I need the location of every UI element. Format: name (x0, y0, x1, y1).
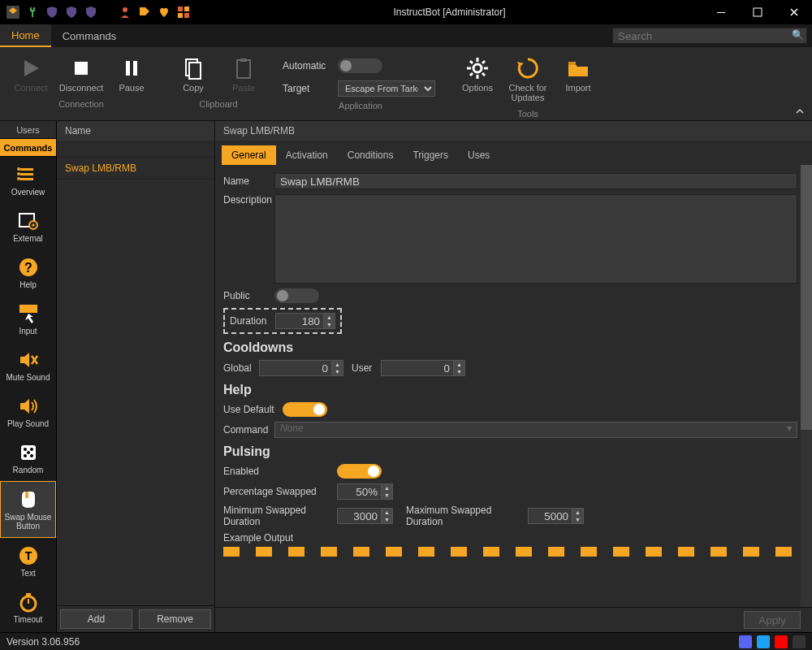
ribbon-collapse-icon[interactable] (794, 106, 806, 117)
sidebar-input[interactable]: Input (0, 296, 56, 342)
svg-rect-3 (178, 6, 183, 11)
search-input[interactable] (612, 28, 807, 44)
target-select[interactable]: Escape From Tarkov (338, 80, 435, 97)
dtab-conditions[interactable]: Conditions (338, 145, 404, 165)
paste-button[interactable]: Paste (221, 52, 266, 96)
user-input[interactable] (381, 360, 454, 376)
tab-home[interactable]: Home (0, 24, 51, 47)
import-button[interactable]: Import (555, 52, 601, 96)
description-input[interactable] (274, 194, 797, 284)
dtab-uses[interactable]: Uses (458, 145, 499, 165)
svg-rect-9 (75, 62, 88, 75)
svg-point-42 (24, 454, 27, 457)
svg-line-23 (482, 61, 485, 63)
command-list-item[interactable]: Swap LMB/RMB (57, 157, 214, 180)
tab-commands[interactable]: Commands (51, 24, 127, 47)
connect-button[interactable]: Connect (8, 52, 54, 96)
public-toggle[interactable] (274, 288, 319, 303)
ribbon-group-connection: Connection (58, 99, 104, 109)
sidebar-text[interactable]: T Text (0, 538, 56, 584)
use-default-toggle[interactable] (283, 402, 327, 417)
titlebar-icon-heart[interactable] (158, 6, 171, 19)
pct-input[interactable] (337, 483, 382, 500)
ribbon-group-tools: Tools (517, 109, 538, 119)
svg-point-29 (17, 167, 20, 171)
svg-rect-8 (754, 8, 762, 16)
titlebar-icon-shield3[interactable] (84, 6, 97, 19)
command-select[interactable]: None▾ (274, 422, 797, 438)
sidebar-swap-mouse[interactable]: Swap Mouse Button (0, 481, 56, 538)
maximize-button[interactable] (739, 0, 775, 24)
titlebar: InstructBot [Administrator] (0, 0, 812, 24)
use-default-label: Use Default (223, 404, 276, 415)
svg-point-43 (30, 454, 33, 457)
min-dur-input[interactable] (337, 508, 382, 524)
titlebar-icon-bot (6, 6, 19, 19)
left-commands-header[interactable]: Commands (0, 139, 56, 157)
global-spinner[interactable]: ▲▼ (332, 360, 343, 376)
max-dur-label: Maximum Swapped Duration (406, 505, 520, 527)
titlebar-icon-grid[interactable] (177, 6, 190, 19)
sidebar-external[interactable]: External (0, 203, 56, 249)
remove-button[interactable]: Remove (139, 609, 211, 629)
close-button[interactable] (775, 0, 812, 24)
status-bot-icon[interactable] (793, 635, 806, 648)
sidebar-overview[interactable]: Overview (0, 157, 56, 203)
pct-spinner[interactable]: ▲▼ (382, 483, 393, 500)
help-heading: Help (223, 383, 797, 397)
disconnect-button[interactable]: Disconnect (58, 52, 104, 96)
svg-point-16 (473, 64, 482, 72)
dtab-triggers[interactable]: Triggers (403, 145, 458, 165)
duration-spinner[interactable]: ▲▼ (324, 313, 335, 329)
user-spinner[interactable]: ▲▼ (454, 360, 465, 376)
name-input[interactable] (274, 173, 797, 189)
max-dur-input[interactable] (528, 508, 572, 524)
options-button[interactable]: Options (455, 52, 500, 96)
duration-input[interactable] (275, 313, 324, 329)
search-icon[interactable]: 🔍 (792, 29, 804, 41)
add-button[interactable]: Add (60, 609, 132, 629)
youtube-icon[interactable] (775, 635, 788, 648)
twitter-icon[interactable] (757, 635, 770, 648)
sidebar-help[interactable]: ? Help (0, 249, 56, 296)
titlebar-icon-shield2[interactable] (65, 6, 78, 19)
titlebar-icon-plug[interactable] (26, 6, 39, 19)
window-title: InstructBot [Administrator] (197, 6, 702, 18)
automatic-toggle[interactable] (338, 58, 382, 73)
svg-point-30 (17, 172, 20, 176)
pause-button[interactable]: Pause (109, 52, 154, 96)
svg-point-2 (123, 7, 127, 12)
max-dur-spinner[interactable]: ▲▼ (572, 508, 584, 524)
min-dur-spinner[interactable]: ▲▼ (382, 508, 393, 524)
svg-rect-15 (240, 58, 247, 62)
dtab-activation[interactable]: Activation (276, 145, 338, 165)
svg-rect-7 (717, 12, 725, 13)
sidebar-play-sound[interactable]: Play Sound (0, 388, 56, 435)
global-input[interactable] (259, 360, 332, 376)
apply-button[interactable]: Apply (744, 611, 801, 629)
statusbar: Version 3.06.956 (0, 632, 812, 650)
titlebar-icon-person[interactable] (119, 6, 132, 19)
minimize-button[interactable] (702, 0, 739, 24)
discord-icon[interactable] (739, 635, 752, 648)
dtab-general[interactable]: General (222, 145, 276, 165)
svg-rect-44 (25, 492, 28, 498)
svg-rect-26 (20, 168, 33, 171)
pct-label: Percentage Swapped (223, 486, 329, 497)
detail-scrollbar[interactable] (801, 165, 812, 607)
example-output-bar (223, 547, 797, 557)
detail-panel: Swap LMB/RMB General Activation Conditio… (215, 121, 812, 632)
svg-point-31 (17, 177, 20, 180)
titlebar-icon-tag[interactable] (138, 6, 151, 19)
svg-line-21 (470, 61, 473, 63)
svg-rect-25 (568, 62, 576, 65)
sidebar-mute-sound[interactable]: Mute Sound (0, 342, 56, 388)
left-users-header[interactable]: Users (0, 121, 56, 139)
enabled-toggle[interactable] (337, 464, 382, 479)
main-tabrow: Home Commands 🔍 (0, 24, 812, 47)
sidebar-timeout[interactable]: Timeout (0, 584, 56, 630)
copy-button[interactable]: Copy (171, 52, 216, 96)
check-updates-button[interactable]: Check for Updates (505, 52, 551, 106)
sidebar-random[interactable]: Random (0, 435, 56, 481)
titlebar-icon-shield1[interactable] (45, 6, 58, 19)
